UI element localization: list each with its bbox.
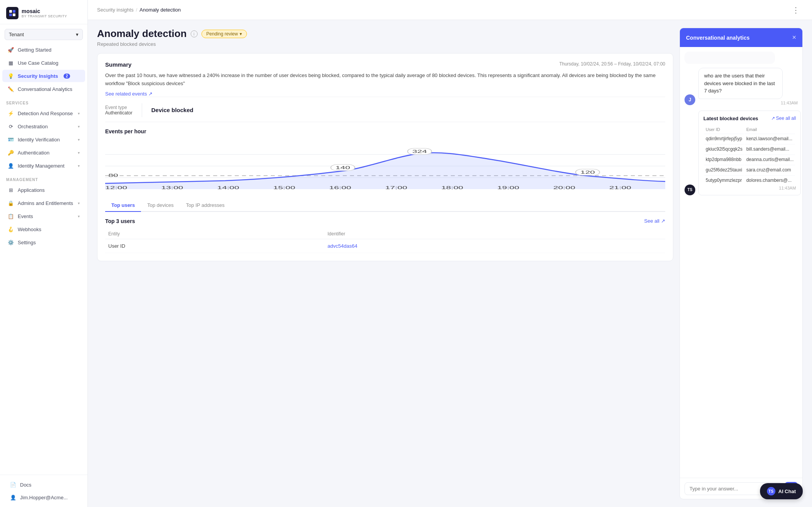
conv-panel: Conversational analytics × who are the u… [679, 28, 803, 499]
chevron-down-icon: ▾ [78, 138, 80, 142]
col-entity: Entity [105, 229, 324, 239]
sidebar-item-applications[interactable]: ⊞ Applications [2, 184, 85, 196]
table-header-row: Top 3 users See all ↗ [105, 218, 665, 224]
svg-text:140: 140 [336, 165, 350, 170]
conv-panel-title: Conversational analytics [686, 35, 750, 41]
blocked-devices-header: Latest blocked devices ↗ See all all [703, 116, 796, 121]
logo: mosaic BY TRANSMIT SECURITY [0, 0, 87, 24]
logo-sub: BY TRANSMIT SECURITY [22, 14, 67, 18]
summary-text: Over the past 10 hours, we have witnesse… [105, 72, 665, 88]
sidebar-label: Settings [18, 240, 36, 245]
ai-chat-button[interactable]: TS AI Chat [760, 483, 803, 499]
sidebar-label: Events [18, 213, 33, 219]
breadcrumb-current: Anomaly detection [139, 7, 181, 13]
sidebar-item-getting-started[interactable]: 🚀 Getting Started [2, 44, 85, 56]
info-icon[interactable]: i [191, 30, 198, 37]
list-item: gkiuc92l5qcgqk2s bill.sanders@email... [704, 144, 795, 154]
sidebar-item-webhooks[interactable]: 🪝 Webhooks [2, 223, 85, 235]
sidebar-item-identity-management[interactable]: 👤 Identity Management ▾ [2, 159, 85, 172]
list-item: gu25f6dez25tauxi sara.cruz@email.com [704, 165, 795, 175]
user-avatar-icon: 👤 [10, 494, 16, 500]
more-options-button[interactable]: ⋮ [789, 4, 803, 16]
summary-card: Summary Thursday, 10/02/24, 20:56 – Frid… [97, 53, 673, 261]
svg-text:120: 120 [580, 170, 595, 175]
placeholder-bubble [684, 52, 775, 64]
sidebar-item-use-case-catalog[interactable]: ▦ Use Case Catalog [2, 57, 85, 69]
sidebar-item-detection-response[interactable]: ⚡ Detection And Response ▾ [2, 107, 85, 119]
sidebar-label: Authentication [18, 150, 49, 156]
see-all-link[interactable]: See all ↗ [644, 218, 665, 224]
chevron-down-icon: ▾ [78, 111, 80, 116]
sidebar-item-identity-verification[interactable]: 🪪 Identity Verification ▾ [2, 133, 85, 146]
bd-user-id: qdin9mrtjirfepj5yp [704, 134, 744, 143]
chart-section: Events per hour 80 [105, 128, 665, 199]
chevron-down-icon: ▾ [78, 151, 80, 155]
chat-bubble: who are the users that their devices wer… [698, 68, 783, 99]
sidebar-item-settings[interactable]: ⚙️ Settings [2, 236, 85, 248]
bot-response-time: 11:43AM [703, 186, 796, 190]
management-section-label: MANAGEMENT [0, 172, 87, 183]
list-item: 5utyp0ymmzlezpr dolores.chambers@... [704, 175, 795, 185]
auth-icon: 🔑 [8, 149, 14, 156]
bd-user-id: 5utyp0ymmzlezpr [704, 175, 744, 185]
webhook-icon: 🪝 [8, 226, 14, 232]
svg-text:18:00: 18:00 [441, 185, 463, 190]
sidebar-item-orchestration[interactable]: ⟳ Orchestration ▾ [2, 120, 85, 133]
chat-icon: ✏️ [8, 86, 14, 92]
bd-user-id: gu25f6dez25tauxi [704, 165, 744, 175]
table-title: Top 3 users [105, 218, 135, 224]
lock-icon: 🔒 [8, 200, 14, 206]
tab-top-devices[interactable]: Top devices [141, 199, 180, 212]
tab-top-ip[interactable]: Top IP addresses [180, 199, 231, 212]
status-label: Pending review [206, 31, 238, 37]
sidebar-item-docs[interactable]: 📄 Docs [5, 478, 83, 491]
col-user-id: User ID [704, 126, 744, 133]
svg-rect-2 [9, 13, 12, 16]
chat-text: who are the users that their devices wer… [704, 73, 775, 94]
conv-header: Conversational analytics × [680, 28, 802, 47]
tenant-label: Tenant [9, 32, 24, 37]
main-content: Security insights / Anomaly detection ⋮ … [88, 0, 812, 507]
sidebar-user-label: Jim.Hopper@Acme... [20, 495, 68, 500]
svg-text:80: 80 [108, 173, 118, 178]
col-email: Email [745, 126, 795, 133]
breadcrumb-separator: / [136, 7, 138, 13]
see-related-events-link[interactable]: See related events ↗ [105, 91, 153, 97]
svg-text:324: 324 [412, 149, 427, 154]
status-badge[interactable]: Pending review ▾ [201, 30, 247, 38]
sidebar-item-user[interactable]: 👤 Jim.Hopper@Acme... [5, 491, 83, 504]
sidebar-item-conversational-analytics[interactable]: ✏️ Conversational Analytics [2, 83, 85, 95]
svg-text:13:00: 13:00 [161, 185, 183, 190]
blocked-devices-card: Latest blocked devices ↗ See all all [698, 111, 801, 195]
svg-text:19:00: 19:00 [497, 185, 519, 190]
chevron-down-icon: ▾ [78, 124, 80, 129]
external-link-icon: ↗ [148, 91, 153, 97]
tenant-selector[interactable]: Tenant ▾ [5, 29, 83, 40]
events-icon: 📋 [8, 213, 14, 219]
summary-title: Summary [105, 61, 131, 68]
svg-text:12:00: 12:00 [105, 185, 127, 190]
chevron-down-icon: ▾ [78, 201, 80, 205]
breadcrumb-parent[interactable]: Security insights [97, 7, 134, 13]
sidebar-item-events[interactable]: 📋 Events ▾ [2, 210, 85, 222]
chat-message-bot: TS Latest blocked devices ↗ See all all [684, 109, 798, 195]
sidebar-label: Identity Management [18, 163, 64, 169]
sidebar-item-authentication[interactable]: 🔑 Authentication ▾ [2, 146, 85, 159]
identifier-cell[interactable]: advc54das64 [324, 239, 665, 253]
sidebar-item-security-insights[interactable]: 💡 Security Insights 2 [2, 70, 85, 82]
external-link-icon: ↗ [771, 116, 775, 121]
conv-close-button[interactable]: × [792, 34, 796, 42]
bd-user-id: ktp2dpma988nbb [704, 154, 744, 164]
sidebar-label: Detection And Response [18, 111, 73, 116]
bd-email: bill.sanders@email... [745, 144, 795, 154]
sidebar-item-admins-entitlements[interactable]: 🔒 Admins and Entitlements ▾ [2, 197, 85, 209]
tab-top-users[interactable]: Top users [105, 199, 141, 212]
event-type-value: Authenticator [105, 110, 133, 116]
blocked-devices-see-all[interactable]: ↗ See all all [771, 116, 796, 121]
chat-time: 11:43AM [698, 101, 798, 105]
sidebar-label: Orchestration [18, 124, 48, 129]
svg-rect-1 [13, 10, 15, 13]
sidebar-bottom: 📄 Docs 👤 Jim.Hopper@Acme... [0, 475, 87, 507]
chart-svg: 80 140 324 120 [105, 139, 665, 193]
chevron-down-icon: ▾ [78, 164, 80, 168]
